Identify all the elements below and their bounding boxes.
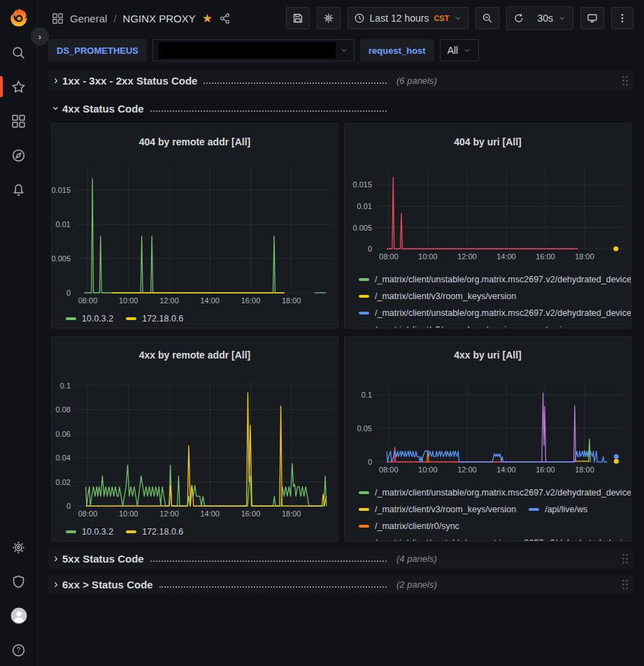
- svg-text:14:00: 14:00: [200, 296, 220, 305]
- legend-label: 10.0.3.2: [82, 527, 113, 537]
- drag-handle-icon[interactable]: [621, 553, 629, 565]
- chart-legend: 10.0.3.2172.18.0.6: [52, 310, 338, 328]
- row-panel-count: (6 panels): [396, 75, 437, 86]
- chart-4xx-by-remote-addr[interactable]: 08:0010:0012:0014:0016:0018:0000.020.040…: [52, 370, 338, 523]
- sidebar-item-starred[interactable]: [0, 79, 38, 94]
- grafana-logo-icon[interactable]: [8, 7, 29, 28]
- legend-label: /_matrix/client/r0/sync: [375, 521, 459, 531]
- sidebar-item-search[interactable]: [0, 45, 38, 60]
- sidebar-nav-top: [0, 45, 38, 197]
- chart-legend: /_matrix/client/unstable/org.matrix.msc2…: [345, 479, 631, 541]
- row-6xx-status-code[interactable]: › 6xx > Status Code (2 panels): [48, 574, 634, 594]
- legend-label: /_matrix/client/v3/room_keys/version: [375, 291, 516, 301]
- sidebar-item-dashboards[interactable]: [0, 113, 38, 129]
- refresh-interval-label: 30s: [537, 13, 553, 24]
- monitor-icon: [587, 13, 598, 24]
- chart-svg: 08:0010:0012:0014:0016:0018:0000.0050.01…: [345, 157, 631, 263]
- request-host-variable-label[interactable]: request_host: [360, 39, 434, 61]
- share-icon[interactable]: [219, 13, 231, 24]
- legend-swatch: [359, 491, 369, 494]
- sidebar-item-help[interactable]: ?: [0, 642, 38, 658]
- legend-item[interactable]: /_matrix/client/unstable/org.matrix.msc2…: [359, 484, 631, 501]
- save-dashboard-button[interactable]: [286, 7, 310, 29]
- panel-title[interactable]: 404 by remote addr [All]: [52, 132, 338, 149]
- time-range-picker[interactable]: Last 12 hours CST: [348, 7, 469, 29]
- legend-item[interactable]: 10.0.3.2: [66, 523, 113, 540]
- panel-4xx-by-remote-addr: 4xx by remote addr [All] 08:0010:0012:00…: [51, 336, 338, 542]
- legend-item[interactable]: /_matrix/client/v3/room_keys/version: [359, 501, 516, 518]
- zoom-out-button[interactable]: [475, 7, 499, 29]
- chart-svg: 08:0010:0012:0014:0016:0018:0000.0050.01…: [52, 157, 338, 307]
- favorite-star-icon[interactable]: ★: [202, 13, 213, 24]
- panel-title[interactable]: 404 by uri [All]: [345, 132, 631, 150]
- sidebar-item-user-profile[interactable]: [0, 608, 38, 623]
- svg-text:16:00: 16:00: [241, 509, 261, 518]
- shield-icon: [11, 574, 26, 589]
- refresh-interval-dropdown[interactable]: 30s: [531, 7, 573, 29]
- refresh-button[interactable]: [507, 7, 531, 29]
- row-4xx-status-code[interactable]: › 4xx Status Code: [48, 100, 634, 117]
- row-5xx-status-code[interactable]: › 5xx Status Code (4 panels): [48, 549, 634, 568]
- svg-text:0: 0: [368, 458, 372, 466]
- sidebar-item-configuration[interactable]: [0, 540, 38, 555]
- legend-swatch: [126, 530, 136, 533]
- clock-icon: [354, 13, 365, 24]
- svg-text:0.015: 0.015: [352, 180, 372, 189]
- kebab-menu-button[interactable]: [611, 7, 634, 29]
- refresh-icon: [513, 13, 524, 24]
- star-icon: [11, 80, 26, 94]
- svg-text:08:00: 08:00: [78, 296, 98, 305]
- request-host-variable-select[interactable]: All: [440, 39, 480, 61]
- breadcrumb-dashboard-title[interactable]: NGINX PROXY: [123, 13, 196, 24]
- row-dotted-filler: [150, 110, 387, 112]
- legend-item[interactable]: /api/live/ws: [529, 501, 587, 518]
- panel-title[interactable]: 4xx by uri [All]: [345, 345, 631, 363]
- svg-text:0.02: 0.02: [56, 478, 71, 486]
- legend-item[interactable]: /_matrix/client/unstable/org.matrix.msc2…: [359, 271, 631, 288]
- svg-text:0.01: 0.01: [357, 202, 372, 210]
- svg-text:?: ?: [17, 646, 21, 654]
- legend-item[interactable]: /_matrix/client/r0/sync: [359, 518, 459, 535]
- sidebar: ›: [0, 0, 38, 666]
- chart-svg: 08:0010:0012:0014:0016:0018:0000.020.040…: [52, 370, 338, 520]
- drag-handle-icon[interactable]: [621, 75, 629, 87]
- dashboard-settings-button[interactable]: [317, 7, 341, 29]
- sidebar-item-alerting[interactable]: [0, 182, 38, 197]
- legend-item[interactable]: /_matrix/client/unstable/org.matrix.msc2…: [359, 535, 631, 541]
- chart-4xx-by-uri[interactable]: 08:0010:0012:0014:0016:0018:0000.050.1: [345, 370, 631, 479]
- main-area: General / NGINX PROXY ★ Last 12 hours CS…: [38, 0, 644, 666]
- svg-text:10:00: 10:00: [418, 252, 438, 261]
- legend-swatch: [529, 508, 539, 511]
- panel-title[interactable]: 4xx by remote addr [All]: [52, 345, 338, 362]
- datasource-variable-label[interactable]: DS_PROMETHEUS: [48, 39, 147, 61]
- row-title: 5xx Status Code: [62, 553, 144, 565]
- legend-item[interactable]: 172.18.0.6: [126, 310, 183, 327]
- panel-grid: 404 by remote addr [All] 08:0010:0012:00…: [51, 123, 631, 542]
- bell-icon: [11, 182, 26, 197]
- row-1xx-3xx-2xx-status-code[interactable]: › 1xx - 3xx - 2xx Status Code (6 panels): [48, 71, 634, 90]
- request-host-value: All: [448, 45, 459, 56]
- svg-text:0: 0: [368, 245, 372, 253]
- chart-legend: 10.0.3.2172.18.0.6: [52, 523, 338, 541]
- legend-item[interactable]: /_matrix/client/v3/room_keys/version: [359, 321, 516, 328]
- legend-item[interactable]: /_matrix/client/v3/room_keys/version: [359, 288, 516, 305]
- row-dotted-filler: [159, 586, 387, 588]
- legend-item[interactable]: 172.18.0.6: [126, 523, 183, 540]
- legend-item[interactable]: /sw.js: [529, 321, 566, 328]
- chart-404-by-remote-addr[interactable]: 08:0010:0012:0014:0016:0018:0000.0050.01…: [52, 157, 338, 310]
- svg-text:16:00: 16:00: [536, 465, 555, 474]
- legend-item[interactable]: 10.0.3.2: [66, 310, 113, 327]
- drag-handle-icon[interactable]: [621, 579, 629, 591]
- legend-item[interactable]: /_matrix/client/unstable/org.matrix.msc2…: [359, 305, 631, 321]
- sidebar-item-explore[interactable]: [0, 147, 38, 163]
- expand-sidebar-button[interactable]: ›: [31, 27, 49, 45]
- breadcrumb-section[interactable]: General: [70, 13, 107, 24]
- sidebar-nav-bottom: ?: [0, 540, 38, 666]
- kebab-menu-icon: [617, 13, 628, 24]
- datasource-variable-select[interactable]: [152, 39, 355, 61]
- chart-404-by-uri[interactable]: 08:0010:0012:0014:0016:0018:0000.0050.01…: [345, 157, 631, 266]
- svg-text:08:00: 08:00: [379, 465, 399, 474]
- sidebar-item-server-admin[interactable]: [0, 574, 38, 589]
- cycle-view-mode-button[interactable]: [580, 7, 604, 29]
- svg-text:12:00: 12:00: [159, 509, 179, 518]
